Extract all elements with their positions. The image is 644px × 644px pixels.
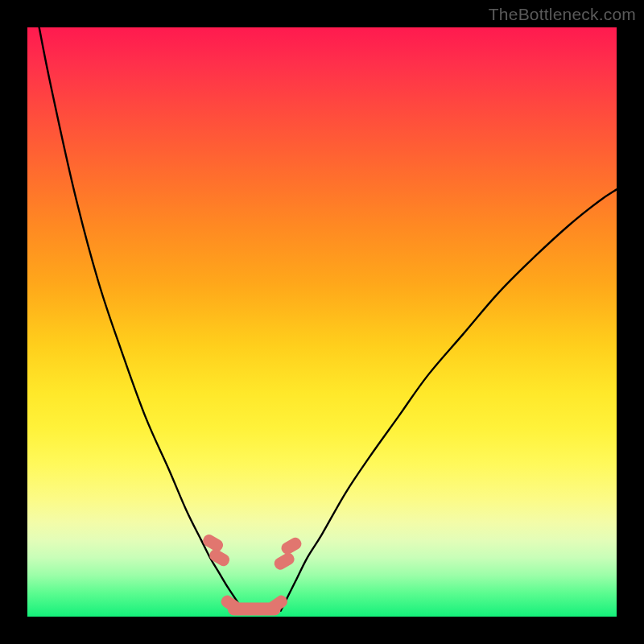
marker-lozenge	[279, 535, 303, 556]
chart-frame: TheBottleneck.com	[0, 0, 644, 644]
watermark-text: TheBottleneck.com	[489, 5, 636, 24]
chart-canvas	[27, 27, 617, 617]
marker-lozenge	[272, 551, 296, 572]
chart-curves	[39, 27, 617, 611]
series-curve-right	[281, 189, 617, 610]
series-curve-left	[39, 27, 245, 611]
chart-markers	[201, 533, 303, 616]
